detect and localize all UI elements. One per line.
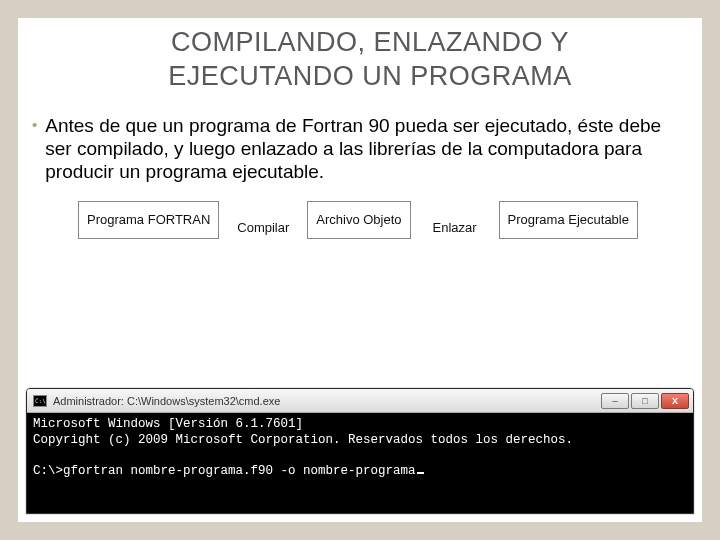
flow-diagram: Programa FORTRAN Compilar Archivo Objeto… <box>78 201 672 239</box>
flow-box-source: Programa FORTRAN <box>78 201 219 239</box>
slide: COMPILANDO, ENLAZANDO Y EJECUTANDO UN PR… <box>0 0 720 540</box>
title-block: COMPILANDO, ENLAZANDO Y EJECUTANDO UN PR… <box>78 22 662 100</box>
console-prompt-line: C:\>gfortran nombre-programa.f90 -o nomb… <box>33 464 416 478</box>
cmd-icon <box>33 395 47 407</box>
flow-step-link: Enlazar <box>425 201 485 239</box>
window-frame: Administrador: C:\Windows\system32\cmd.e… <box>26 388 694 514</box>
titlebar: Administrador: C:\Windows\system32\cmd.e… <box>27 389 693 413</box>
bullet-text: Antes de que un programa de Fortran 90 p… <box>45 114 688 184</box>
console-body[interactable]: Microsoft Windows [Versión 6.1.7601] Cop… <box>27 413 693 513</box>
window-buttons: – □ X <box>601 393 689 409</box>
bullet-block: • Antes de que un programa de Fortran 90… <box>32 114 688 184</box>
close-button[interactable]: X <box>661 393 689 409</box>
maximize-button[interactable]: □ <box>631 393 659 409</box>
flow-box-object: Archivo Objeto <box>307 201 410 239</box>
window-title: Administrador: C:\Windows\system32\cmd.e… <box>53 395 601 407</box>
bullet-marker: • <box>32 116 37 133</box>
minimize-button[interactable]: – <box>601 393 629 409</box>
bullet-item: • Antes de que un programa de Fortran 90… <box>32 114 688 184</box>
flow-box-executable: Programa Ejecutable <box>499 201 638 239</box>
console-line: Microsoft Windows [Versión 6.1.7601] <box>33 417 303 431</box>
console-window: Administrador: C:\Windows\system32\cmd.e… <box>26 388 694 514</box>
cursor-icon <box>417 472 424 474</box>
flow-step-compile: Compilar <box>233 201 293 239</box>
console-line: Copyright (c) 2009 Microsoft Corporation… <box>33 433 573 447</box>
page-title: COMPILANDO, ENLAZANDO Y EJECUTANDO UN PR… <box>88 26 652 94</box>
